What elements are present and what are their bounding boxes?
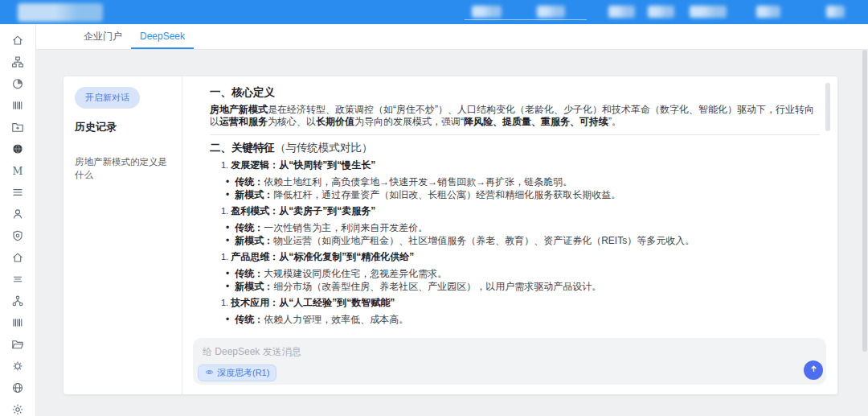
blurred-nav-item[interactable]	[472, 6, 502, 18]
folder-open-icon[interactable]	[11, 338, 24, 351]
list-icon[interactable]	[11, 186, 24, 199]
tab-deepseek[interactable]: DeepSeek	[131, 24, 194, 49]
numbered-item: 1.发展逻辑：从“快周转”到“慢生长”	[210, 159, 820, 171]
arrow-up-icon	[809, 364, 819, 377]
home-icon[interactable]	[11, 34, 24, 47]
numbered-item: 1.产品思维：从“标准化复制”到“精准化供给”	[210, 251, 820, 263]
blurred-nav-item[interactable]	[608, 6, 635, 18]
page-scrollbar-thumb[interactable]	[862, 50, 867, 352]
bullet-item: •新模式：物业运营（如商业地产租金）、社区增值服务（养老、教育）、资产证券化（R…	[226, 235, 820, 247]
shield-icon[interactable]	[11, 229, 24, 242]
history-item[interactable]: 房地产新模式的定义是什么	[75, 155, 170, 181]
pie-chart-icon[interactable]	[11, 77, 24, 90]
page-scrollbar[interactable]	[862, 24, 868, 416]
bullet-item: •传统：依赖土地红利，高负债拿地→快速开发→销售回款→再扩张，链条脆弱。	[226, 176, 820, 188]
blurred-nav-item[interactable]	[826, 6, 845, 18]
letter-m-icon[interactable]: M	[11, 164, 24, 177]
user-icon[interactable]	[11, 208, 24, 220]
paragraph: 房地产新模式是在经济转型、政策调控（如“房住不炒”）、人口结构变化（老龄化、少子…	[210, 104, 820, 128]
app-logo-blurred	[18, 3, 103, 22]
send-button[interactable]	[804, 360, 823, 380]
deep-think-label: 深度思考(R1)	[217, 367, 269, 379]
composer[interactable]: 给 DeepSeek 发送消息 深度思考(R1)	[193, 338, 826, 385]
chat-scrollbar-thumb[interactable]	[825, 83, 830, 131]
tab-enterprise-portal[interactable]: 企业门户	[75, 24, 131, 49]
composer-input[interactable]: 给 DeepSeek 发送消息	[203, 345, 301, 359]
barcode-icon[interactable]	[11, 99, 24, 112]
blurred-nav-item[interactable]	[648, 6, 674, 18]
bullet-item: •新模式：细分市场（改善型住房、养老社区、产业园区），以用户需求驱动产品设计。	[226, 281, 820, 293]
bullet-item: •新模式：降低杠杆，通过存量资产（如旧改、长租公寓）经营和精细化服务获取长期收益…	[226, 189, 820, 201]
svg-text:M: M	[13, 165, 23, 177]
settings-icon[interactable]	[11, 403, 24, 416]
globe-dark-icon[interactable]	[11, 142, 24, 155]
section-heading: 二、关键特征（与传统模式对比）	[210, 142, 820, 154]
bullet-item: •传统：大规模建设同质化住宅，忽视差异化需求。	[226, 268, 820, 280]
sitemap-icon[interactable]	[11, 56, 24, 68]
section-heading: 一、核心定义	[210, 86, 820, 99]
deep-think-icon	[205, 368, 214, 378]
layers-icon[interactable]	[11, 273, 24, 286]
chat-area: 一、核心定义房地产新模式是在经济转型、政策调控（如“房住不炒”）、人口结构变化（…	[182, 76, 837, 394]
globe-icon[interactable]	[11, 381, 24, 394]
numbered-item: 1.盈利模式：从“卖房子”到“卖服务”	[210, 205, 820, 217]
new-chat-button[interactable]: 开启新对话	[75, 87, 140, 109]
badge-icon[interactable]	[11, 360, 24, 373]
blurred-nav-item[interactable]	[537, 6, 565, 18]
blurred-nav-item[interactable]	[690, 6, 727, 18]
network-icon[interactable]	[11, 294, 24, 307]
barcode-alt-icon[interactable]	[11, 316, 24, 329]
home-alt-icon[interactable]	[11, 251, 24, 264]
left-rail: M	[0, 24, 36, 416]
folder-add-icon[interactable]	[11, 121, 24, 134]
deep-think-button[interactable]: 深度思考(R1)	[198, 365, 276, 381]
history-title: 历史记录	[75, 120, 170, 134]
chat-transcript: 一、核心定义房地产新模式是在经济转型、政策调控（如“房住不炒”）、人口结构变化（…	[182, 76, 837, 338]
topbar	[0, 0, 868, 24]
numbered-item: 1.技术应用：从“人工经验”到“数智赋能”	[210, 297, 820, 309]
section-divider	[210, 134, 820, 135]
topbar-underline	[465, 19, 587, 20]
bullet-item: •传统：依赖人力管理，效率低、成本高。	[226, 314, 820, 326]
content-card: 开启新对话 历史记录 房地产新模式的定义是什么 一、核心定义房地产新模式是在经济…	[63, 76, 837, 394]
bullet-item: •传统：一次性销售为主，利润来自开发差价。	[226, 222, 820, 234]
chat-sidebar: 开启新对话 历史记录 房地产新模式的定义是什么	[63, 76, 182, 394]
tabbar: 企业门户DeepSeek	[36, 24, 868, 50]
blurred-nav-item[interactable]	[756, 6, 780, 18]
